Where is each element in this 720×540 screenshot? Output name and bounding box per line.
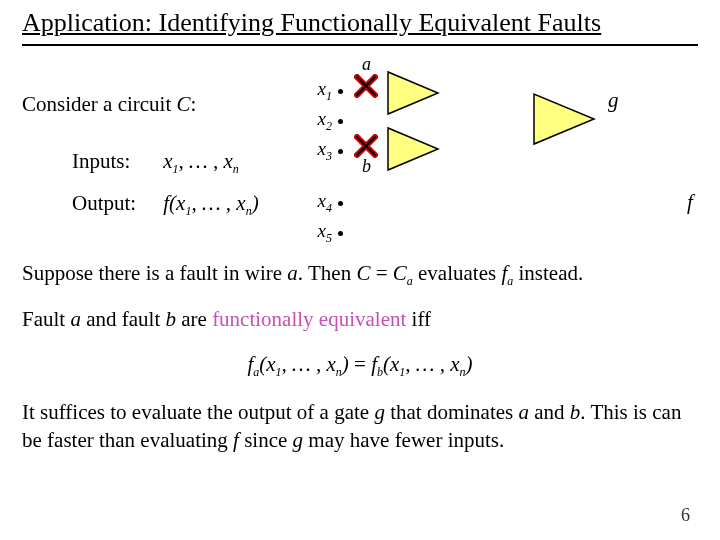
x3-sub: 3 [326, 149, 332, 163]
inputs-value: x1, … , xn [163, 149, 239, 173]
inputs-subn: n [233, 162, 239, 176]
p1-t3: evaluates [413, 261, 502, 285]
node-x1 [338, 89, 343, 94]
inputs-x1: x [163, 149, 172, 173]
svg-marker-0 [388, 72, 438, 114]
node-x3 [338, 149, 343, 154]
output-line: Output: f(x1, … , xn) [72, 191, 259, 219]
p2-a: a [70, 307, 81, 331]
p3-t5: since [239, 428, 293, 452]
out-pre: f(x [163, 191, 185, 215]
p3-t1: It suffices to evaluate the output of a … [22, 400, 374, 424]
inputs-mid: , … , x [179, 149, 233, 173]
x5-letter: x [318, 220, 326, 241]
x2-sub: 2 [326, 119, 332, 133]
gate-top [386, 70, 442, 121]
title-rest: Identifying Functionally Equivalent Faul… [152, 8, 601, 37]
p3-g: g [374, 400, 385, 424]
output-label: Output: [72, 191, 158, 216]
node-x2 [338, 119, 343, 124]
eq-lhs-post: ) [342, 352, 349, 376]
p1-a: a [287, 261, 298, 285]
paragraph-2: Fault a and fault b are functionally equ… [22, 305, 698, 333]
input-label-x5: x5 [302, 220, 332, 246]
consider-C: C [177, 92, 191, 116]
output-value: f(x1, … , xn) [163, 191, 258, 215]
body-text: Suppose there is a fault in wire a. Then… [22, 259, 698, 455]
wire-label-b: b [362, 156, 371, 177]
p3-a: a [518, 400, 529, 424]
svg-marker-1 [388, 128, 438, 170]
p2-b: b [165, 307, 176, 331]
inputs-line: Inputs: x1, … , xn [72, 149, 259, 177]
title-prefix: Application: [22, 8, 152, 37]
p2-t3: are [176, 307, 212, 331]
x2-letter: x [318, 108, 326, 129]
p3-b: b [570, 400, 581, 424]
slide-title: Application: Identifying Functionally Eq… [22, 8, 698, 46]
input-label-x4: x4 [302, 190, 332, 216]
eq-rhs-post: ) [466, 352, 473, 376]
gate-g [532, 92, 598, 151]
gate-label-g: g [608, 88, 619, 113]
fault-a-mark [354, 74, 378, 98]
x4-letter: x [318, 190, 326, 211]
p3-t2: that dominates [385, 400, 519, 424]
io-definitions: Inputs: x1, … , xn Output: f(x1, … , xn) [72, 149, 259, 233]
p1-t2: . Then [298, 261, 357, 285]
x1-letter: x [318, 78, 326, 99]
gate-bottom [386, 126, 442, 177]
eq-lhs-mid: , … , x [282, 352, 336, 376]
eq-rhs-mid: , … , x [405, 352, 459, 376]
out-mid: , … , x [191, 191, 245, 215]
upper-row: Consider a circuit C: Inputs: x1, … , xn… [22, 64, 698, 259]
eq-lhs-pre: (x [259, 352, 275, 376]
p1-t4: instead. [513, 261, 583, 285]
page-number: 6 [681, 505, 690, 526]
x4-sub: 4 [326, 201, 332, 215]
p2-t4: iff [406, 307, 431, 331]
consider-post: : [191, 92, 197, 116]
fault-b-mark [354, 134, 378, 158]
wire-label-a: a [362, 54, 371, 75]
p1-Ca: C [393, 261, 407, 285]
paragraph-3: It suffices to evaluate the output of a … [22, 398, 698, 455]
input-label-x1: x1 [302, 78, 332, 104]
equation: fa(x1, … , xn) = fb(x1, … , xn) [22, 350, 698, 380]
consider-pre: Consider a circuit [22, 92, 177, 116]
p1-eq: = [370, 261, 392, 285]
input-label-x2: x2 [302, 108, 332, 134]
functionally-equivalent: functionally equivalent [212, 307, 406, 331]
node-x5 [338, 231, 343, 236]
inputs-label: Inputs: [72, 149, 158, 174]
p1-t1: Suppose there is a fault in wire [22, 261, 287, 285]
node-x4 [338, 201, 343, 206]
x5-sub: 5 [326, 231, 332, 245]
svg-marker-2 [534, 94, 594, 144]
out-post: ) [252, 191, 259, 215]
slide: Application: Identifying Functionally Eq… [0, 0, 720, 540]
output-label-f: f [687, 190, 693, 215]
consider-text: Consider a circuit C: [22, 92, 196, 117]
p1-C: C [356, 261, 370, 285]
p3-t6: may have fewer inputs. [303, 428, 504, 452]
x3-letter: x [318, 138, 326, 159]
p3-g2: g [293, 428, 304, 452]
eq-equals: = [349, 352, 371, 376]
circuit-diagram: x1 x2 x3 x4 x5 a b [302, 60, 720, 260]
input-label-x3: x3 [302, 138, 332, 164]
x1-sub: 1 [326, 89, 332, 103]
p2-t1: Fault [22, 307, 70, 331]
p3-t3: and [529, 400, 570, 424]
paragraph-1: Suppose there is a fault in wire a. Then… [22, 259, 698, 289]
eq-rhs-pre: (x [383, 352, 399, 376]
p2-t2: and fault [81, 307, 166, 331]
